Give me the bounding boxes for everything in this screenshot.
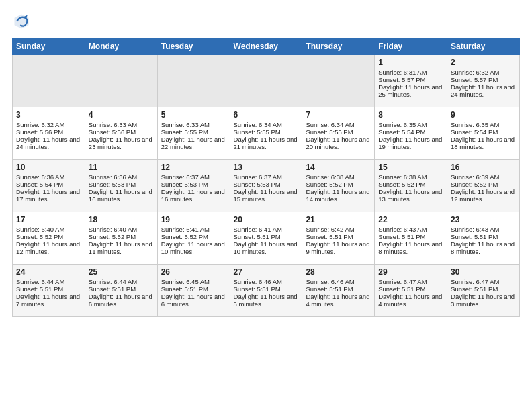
calendar-table: SundayMondayTuesdayWednesdayThursdayFrid… <box>12 38 520 317</box>
day-info: Sunrise: 6:34 AM <box>234 121 299 128</box>
calendar-cell <box>302 55 375 107</box>
day-info: Sunset: 5:51 PM <box>161 285 226 293</box>
day-number: 5 <box>161 110 226 120</box>
day-number: 4 <box>89 110 154 120</box>
day-info: Sunset: 5:51 PM <box>16 285 81 293</box>
day-number: 1 <box>378 58 443 67</box>
day-info: Sunset: 5:54 PM <box>16 181 81 188</box>
day-info: Sunrise: 6:42 AM <box>306 226 371 233</box>
day-info: Sunrise: 6:41 AM <box>161 226 226 233</box>
day-info: Sunset: 5:52 PM <box>89 233 154 240</box>
day-info: Daylight: 11 hours and 20 minutes. <box>306 136 371 150</box>
day-number: 21 <box>306 215 371 224</box>
calendar-cell: 22Sunrise: 6:43 AMSunset: 5:51 PMDayligh… <box>375 212 447 265</box>
week-row-4: 17Sunrise: 6:40 AMSunset: 5:52 PMDayligh… <box>13 212 520 265</box>
day-info: Daylight: 11 hours and 16 minutes. <box>161 188 226 203</box>
day-info: Sunrise: 6:46 AM <box>234 278 299 285</box>
day-info: Sunset: 5:51 PM <box>378 233 443 240</box>
day-info: Daylight: 11 hours and 24 minutes. <box>16 136 81 150</box>
calendar-cell: 12Sunrise: 6:37 AMSunset: 5:53 PMDayligh… <box>157 160 230 212</box>
day-info: Sunrise: 6:32 AM <box>451 68 516 76</box>
day-info: Sunrise: 6:39 AM <box>451 173 516 181</box>
day-info: Sunset: 5:51 PM <box>234 233 299 240</box>
day-info: Sunset: 5:53 PM <box>89 181 154 188</box>
calendar-cell: 4Sunrise: 6:33 AMSunset: 5:56 PMDaylight… <box>85 107 157 160</box>
day-info: Sunrise: 6:36 AM <box>16 173 81 181</box>
calendar-cell: 14Sunrise: 6:38 AMSunset: 5:52 PMDayligh… <box>302 160 375 212</box>
calendar-cell: 16Sunrise: 6:39 AMSunset: 5:52 PMDayligh… <box>447 160 520 212</box>
day-info: Sunset: 5:55 PM <box>234 128 299 136</box>
calendar-cell: 30Sunrise: 6:47 AMSunset: 5:51 PMDayligh… <box>447 265 520 317</box>
day-info: Sunrise: 6:36 AM <box>89 173 154 181</box>
day-number: 15 <box>378 163 443 172</box>
weekday-header-wednesday: Wednesday <box>230 38 302 55</box>
day-info: Sunset: 5:51 PM <box>234 285 299 293</box>
day-info: Sunset: 5:55 PM <box>306 128 371 136</box>
day-info: Sunset: 5:53 PM <box>161 181 226 188</box>
day-info: Sunset: 5:51 PM <box>378 285 443 293</box>
day-info: Sunset: 5:51 PM <box>451 285 516 293</box>
day-info: Daylight: 11 hours and 11 minutes. <box>89 240 154 255</box>
day-info: Sunrise: 6:38 AM <box>378 173 443 181</box>
day-info: Daylight: 11 hours and 6 minutes. <box>89 293 154 308</box>
day-info: Daylight: 11 hours and 7 minutes. <box>16 293 81 308</box>
weekday-header-friday: Friday <box>375 38 447 55</box>
day-info: Sunset: 5:53 PM <box>234 181 299 188</box>
day-number: 27 <box>234 267 299 277</box>
day-info: Sunrise: 6:45 AM <box>161 278 226 285</box>
day-number: 30 <box>451 267 516 277</box>
day-number: 14 <box>306 163 371 172</box>
day-info: Sunset: 5:54 PM <box>451 128 516 136</box>
day-info: Sunrise: 6:47 AM <box>451 278 516 285</box>
day-info: Sunrise: 6:37 AM <box>234 173 299 181</box>
calendar-cell: 15Sunrise: 6:38 AMSunset: 5:52 PMDayligh… <box>375 160 447 212</box>
calendar-cell <box>157 55 230 107</box>
day-number: 18 <box>89 215 154 224</box>
day-info: Sunrise: 6:31 AM <box>378 68 443 76</box>
header <box>12 12 520 31</box>
day-info: Daylight: 11 hours and 5 minutes. <box>234 293 299 308</box>
day-info: Sunrise: 6:40 AM <box>16 226 81 233</box>
weekday-header-monday: Monday <box>85 38 157 55</box>
day-info: Sunset: 5:57 PM <box>451 76 516 83</box>
day-info: Sunset: 5:57 PM <box>378 76 443 83</box>
day-info: Daylight: 11 hours and 4 minutes. <box>378 293 443 308</box>
day-info: Daylight: 11 hours and 17 minutes. <box>16 188 81 203</box>
page: SundayMondayTuesdayWednesdayThursdayFrid… <box>0 0 532 324</box>
day-info: Sunrise: 6:43 AM <box>378 226 443 233</box>
calendar-cell: 3Sunrise: 6:32 AMSunset: 5:56 PMDaylight… <box>13 107 85 160</box>
day-info: Sunrise: 6:44 AM <box>89 278 154 285</box>
day-number: 7 <box>306 110 371 120</box>
weekday-header-sunday: Sunday <box>13 38 85 55</box>
day-number: 6 <box>234 110 299 120</box>
calendar-cell: 24Sunrise: 6:44 AMSunset: 5:51 PMDayligh… <box>13 265 85 317</box>
day-info: Daylight: 11 hours and 18 minutes. <box>451 136 516 150</box>
day-info: Daylight: 11 hours and 19 minutes. <box>378 136 443 150</box>
calendar-cell: 5Sunrise: 6:33 AMSunset: 5:55 PMDaylight… <box>157 107 230 160</box>
day-info: Daylight: 11 hours and 23 minutes. <box>89 136 154 150</box>
day-info: Daylight: 11 hours and 10 minutes. <box>161 240 226 255</box>
day-info: Sunset: 5:55 PM <box>161 128 226 136</box>
calendar-cell: 20Sunrise: 6:41 AMSunset: 5:51 PMDayligh… <box>230 212 302 265</box>
day-info: Sunrise: 6:46 AM <box>306 278 371 285</box>
day-number: 10 <box>16 163 81 172</box>
day-info: Sunrise: 6:43 AM <box>451 226 516 233</box>
calendar-cell: 18Sunrise: 6:40 AMSunset: 5:52 PMDayligh… <box>85 212 157 265</box>
day-info: Sunset: 5:52 PM <box>451 181 516 188</box>
weekday-header-row: SundayMondayTuesdayWednesdayThursdayFrid… <box>13 38 520 55</box>
day-info: Daylight: 11 hours and 4 minutes. <box>306 293 371 308</box>
day-info: Sunset: 5:56 PM <box>89 128 154 136</box>
day-info: Daylight: 11 hours and 15 minutes. <box>234 188 299 203</box>
day-number: 17 <box>16 215 81 224</box>
calendar-cell <box>13 55 85 107</box>
weekday-header-saturday: Saturday <box>447 38 520 55</box>
day-info: Sunrise: 6:38 AM <box>306 173 371 181</box>
calendar-cell: 2Sunrise: 6:32 AMSunset: 5:57 PMDaylight… <box>447 55 520 107</box>
day-info: Daylight: 11 hours and 9 minutes. <box>306 240 371 255</box>
calendar-cell: 1Sunrise: 6:31 AMSunset: 5:57 PMDaylight… <box>375 55 447 107</box>
day-info: Sunset: 5:56 PM <box>16 128 81 136</box>
day-number: 16 <box>451 163 516 172</box>
day-number: 13 <box>234 163 299 172</box>
day-info: Daylight: 11 hours and 24 minutes. <box>451 83 516 98</box>
day-number: 29 <box>378 267 443 277</box>
